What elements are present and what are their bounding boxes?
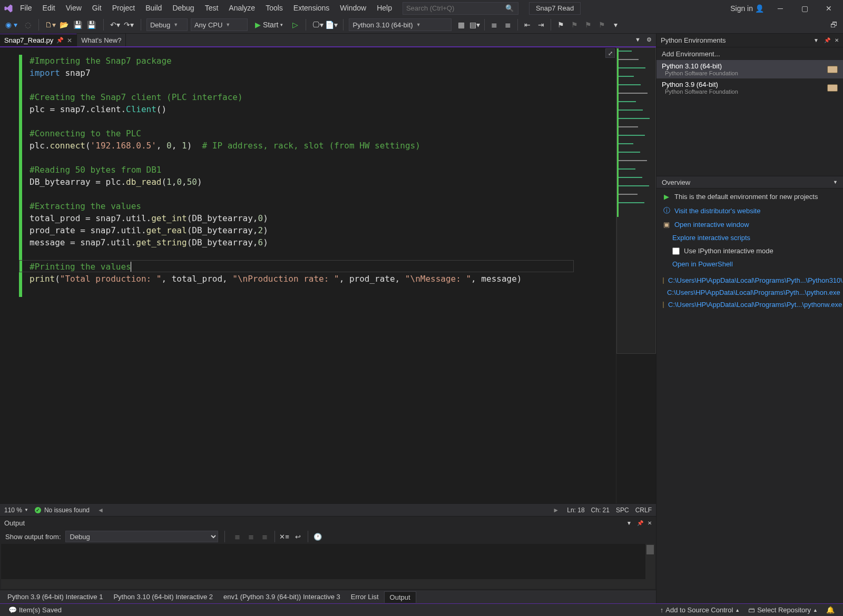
env-path-link[interactable]: C:\Users\HP\AppData\Local\Programs\Pyth.… xyxy=(668,276,842,284)
panel-close-icon[interactable]: ✕ xyxy=(832,36,841,45)
menu-debug[interactable]: Debug xyxy=(167,0,199,16)
start-debug-button[interactable]: ▶Start▾ xyxy=(251,18,288,31)
menu-help[interactable]: Help xyxy=(371,0,397,16)
add-environment-link[interactable]: Add Environment... xyxy=(656,47,843,60)
undo-icon[interactable]: ↶▾ xyxy=(109,18,122,31)
search-icon[interactable]: 🔍 xyxy=(503,4,516,12)
zoom-dropdown[interactable]: 110 %▼ xyxy=(4,506,28,514)
bookmark-clear-icon[interactable]: ⚑ xyxy=(595,18,608,31)
tool-tab[interactable]: Error List xyxy=(346,591,384,602)
menu-view[interactable]: View xyxy=(61,0,87,16)
output-hscroll[interactable] xyxy=(1,579,645,589)
output-wrap-icon[interactable]: ↩ xyxy=(292,530,305,543)
ln-col[interactable]: Ln: 18 xyxy=(567,506,584,514)
open-interactive-link[interactable]: Open interactive window xyxy=(674,221,749,228)
ipython-checkbox[interactable]: Use IPython interactive mode xyxy=(672,247,837,255)
live-share-icon[interactable]: 🗗 xyxy=(828,18,840,31)
bookmark-icon[interactable]: ⚑ xyxy=(554,18,567,31)
panel-dropdown-icon[interactable]: ▼ xyxy=(811,36,820,45)
document-tab[interactable]: Snap7_Read.py📌✕ xyxy=(0,34,77,46)
menu-build[interactable]: Build xyxy=(140,0,167,16)
explore-scripts-link[interactable]: Explore interactive scripts xyxy=(672,234,750,242)
minimap[interactable] xyxy=(616,47,656,503)
save-icon[interactable]: 💾 xyxy=(72,18,84,31)
prev-issue-icon[interactable]: ◄ xyxy=(96,506,105,514)
open-file-icon[interactable]: 📂 xyxy=(58,18,71,31)
redo-icon[interactable]: ↷▾ xyxy=(123,18,135,31)
toolbar-overflow-icon[interactable]: ▾ xyxy=(609,18,622,31)
output-tool-3[interactable]: ≣ xyxy=(259,530,271,543)
pyenv-dropdown[interactable]: Python 3.10 (64-bit)▼ xyxy=(349,18,452,31)
output-tool-1[interactable]: ≣ xyxy=(231,530,244,543)
eol-mode[interactable]: CRLF xyxy=(635,506,652,514)
tool-tab[interactable]: env1 (Python 3.9 (64-bit)) Interactive 3 xyxy=(218,591,346,602)
output-dropdown-icon[interactable]: ▼ xyxy=(624,519,633,527)
comment-icon[interactable]: ≣ xyxy=(488,18,501,31)
minimize-button[interactable]: ─ xyxy=(768,0,792,16)
window-opts-icon[interactable]: ⚙ xyxy=(644,35,654,44)
tool-tab[interactable]: Python 3.9 (64-bit) Interactive 1 xyxy=(2,591,108,602)
bookmark-prev-icon[interactable]: ⚑ xyxy=(568,18,581,31)
add-source-control[interactable]: ↑Add to Source Control▲ xyxy=(656,606,744,614)
tool-icon-1[interactable]: ▦ xyxy=(455,18,467,31)
output-vscroll[interactable] xyxy=(645,544,655,589)
active-files-icon[interactable]: ▼ xyxy=(633,35,642,44)
overview-section-header[interactable]: Overview▼ xyxy=(656,176,843,188)
next-issue-icon[interactable]: ► xyxy=(551,506,561,514)
status-ready[interactable]: 💬Item(s) Saved xyxy=(4,606,66,614)
nav-back-button[interactable]: ◉ ▾ xyxy=(3,18,19,31)
script-icon[interactable]: 📄▾ xyxy=(325,18,338,31)
output-header[interactable]: Output ▼ 📌 ✕ xyxy=(0,516,656,529)
output-clock-icon[interactable]: 🕐 xyxy=(311,530,324,543)
bookmark-next-icon[interactable]: ⚑ xyxy=(582,18,594,31)
code-editor[interactable]: ⤢ #Importing the Snap7 packageimport sna… xyxy=(0,47,616,503)
menu-project[interactable]: Project xyxy=(107,0,141,16)
panel-pin-icon[interactable]: 📌 xyxy=(822,36,830,45)
env-path-link[interactable]: C:\Users\HP\AppData\Local\Programs\Pyth.… xyxy=(667,289,840,296)
indent-icon[interactable]: ⇥ xyxy=(535,18,547,31)
solution-name[interactable]: Snap7 Read xyxy=(529,2,581,15)
menu-edit[interactable]: Edit xyxy=(37,0,61,16)
code-content[interactable]: #Importing the Snap7 packageimport snap7… xyxy=(30,55,614,285)
close-button[interactable]: ✕ xyxy=(817,0,841,16)
menu-tools[interactable]: Tools xyxy=(260,0,288,16)
menu-test[interactable]: Test xyxy=(200,0,224,16)
menu-file[interactable]: File xyxy=(15,0,37,16)
platform-dropdown[interactable]: Any CPU▼ xyxy=(191,18,248,31)
ch-col[interactable]: Ch: 21 xyxy=(591,506,610,514)
output-clear-icon[interactable]: ✕≡ xyxy=(278,530,291,543)
output-textarea[interactable] xyxy=(1,544,655,589)
menu-git[interactable]: Git xyxy=(87,0,107,16)
menu-window[interactable]: Window xyxy=(335,0,371,16)
new-project-icon[interactable]: 🗋▾ xyxy=(44,18,57,31)
menu-extensions[interactable]: Extensions xyxy=(288,0,335,16)
panel-title[interactable]: Python Environments xyxy=(661,36,726,44)
tool-tab[interactable]: Output xyxy=(384,591,416,603)
indent-mode[interactable]: SPC xyxy=(616,506,629,514)
tool-icon-2[interactable]: ▤▾ xyxy=(468,18,481,31)
sign-in-link[interactable]: Sign in👤 xyxy=(726,4,768,13)
visit-website-link[interactable]: Visit the distributor's website xyxy=(674,207,760,215)
maximize-button[interactable]: ▢ xyxy=(792,0,817,16)
notifications-icon[interactable]: 🔔 xyxy=(822,606,839,614)
env-path-link[interactable]: C:\Users\HP\AppData\Local\Programs\Pyt..… xyxy=(668,301,842,309)
output-pin-icon[interactable]: 📌 xyxy=(635,519,643,527)
browser-icon[interactable]: 🖵▾ xyxy=(311,18,324,31)
output-tool-2[interactable]: ≣ xyxy=(245,530,258,543)
select-repository[interactable]: 🗃Select Repository▲ xyxy=(744,606,822,614)
output-source-dropdown[interactable]: Debug xyxy=(65,531,218,542)
nav-fwd-button[interactable]: ◌ xyxy=(23,18,33,31)
config-dropdown[interactable]: Debug▼ xyxy=(146,18,188,31)
env-item[interactable]: Python 3.10 (64-bit)Python Software Foun… xyxy=(656,60,843,78)
close-tab-icon[interactable]: ✕ xyxy=(67,37,72,44)
search-box[interactable]: 🔍 xyxy=(403,2,518,15)
env-pill-icon[interactable] xyxy=(827,66,838,73)
search-input[interactable] xyxy=(403,3,503,14)
tool-tab[interactable]: Python 3.10 (64-bit) Interactive 2 xyxy=(108,591,218,602)
open-powershell-link[interactable]: Open in PowerShell xyxy=(672,260,733,268)
save-all-icon[interactable]: 💾 xyxy=(85,18,98,31)
output-close-icon[interactable]: ✕ xyxy=(645,519,654,527)
document-tab[interactable]: What's New? xyxy=(77,34,126,46)
uncomment-icon[interactable]: ≣ xyxy=(502,18,514,31)
issues-status[interactable]: ✓ No issues found xyxy=(35,506,90,514)
